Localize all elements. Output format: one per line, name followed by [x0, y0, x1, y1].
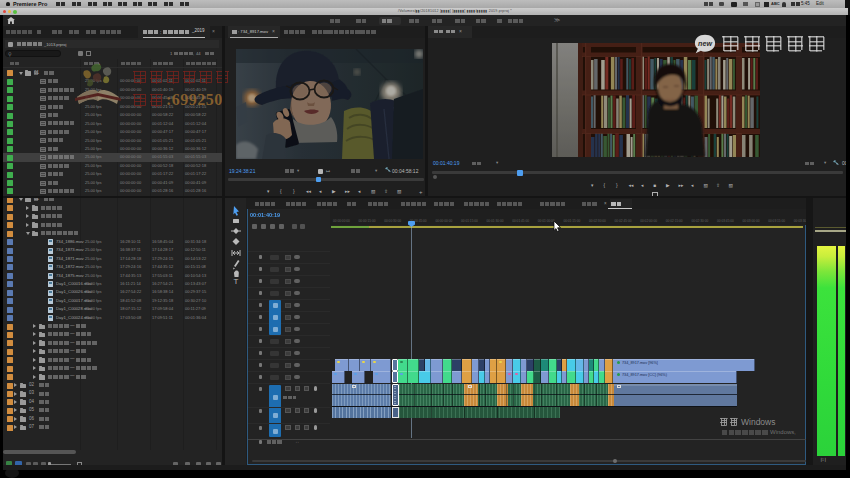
svg-text:new: new	[698, 40, 712, 48]
svg-text:T: T	[234, 277, 239, 284]
